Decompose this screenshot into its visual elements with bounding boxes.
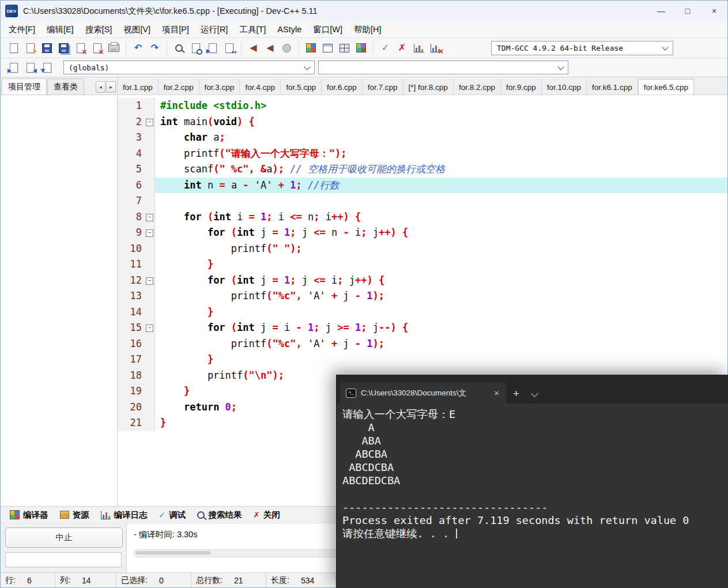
line-number[interactable]: 8 bbox=[118, 209, 145, 225]
doc-tab[interactable]: for.7.cpp bbox=[363, 80, 403, 95]
code-line-2[interactable]: 2−int main(void) { bbox=[118, 114, 727, 130]
line-number[interactable]: 16 bbox=[118, 336, 145, 352]
undo-button[interactable]: ↶ bbox=[130, 40, 146, 56]
line-number[interactable]: 11 bbox=[118, 257, 145, 273]
console-body[interactable]: 请输入一个大写字母：E A ABA ABCBA ABCDCBAABCDEDCBA… bbox=[337, 404, 728, 588]
replace-button[interactable] bbox=[221, 40, 237, 56]
project-options-button[interactable] bbox=[353, 40, 369, 56]
nav-goto-button[interactable] bbox=[39, 60, 55, 76]
find-button[interactable] bbox=[171, 40, 187, 56]
menu-edit[interactable]: 编辑[E] bbox=[41, 22, 80, 37]
line-number[interactable]: 9 bbox=[118, 225, 145, 241]
line-number[interactable]: 20 bbox=[118, 399, 145, 416]
abort-button[interactable]: 中止 bbox=[5, 527, 123, 548]
code-line-6[interactable]: 6 int n = a - 'A' + 1; //行数 bbox=[118, 178, 727, 194]
line-number[interactable]: 3 bbox=[118, 130, 145, 146]
code-line-5[interactable]: 5 scanf(" %c", &a); // 空格用于吸收可能的换行或空格 bbox=[118, 161, 727, 178]
doc-tab[interactable]: for.9.cpp bbox=[501, 80, 542, 95]
line-number[interactable]: 21 bbox=[118, 415, 145, 431]
line-number[interactable]: 10 bbox=[118, 241, 145, 257]
minimize-button[interactable]: — bbox=[648, 1, 674, 21]
fold-toggle-icon[interactable]: − bbox=[146, 277, 153, 285]
print-button[interactable] bbox=[105, 40, 122, 56]
profile-button[interactable] bbox=[278, 40, 295, 56]
menu-window[interactable]: 窗口[W] bbox=[307, 22, 348, 37]
save-all-button[interactable] bbox=[55, 40, 72, 56]
nav-back-button[interactable] bbox=[5, 60, 22, 76]
doc-tab[interactable]: for.1.cpp bbox=[118, 80, 159, 95]
menu-execute[interactable]: 运行[R] bbox=[195, 22, 234, 37]
close-file-button[interactable] bbox=[72, 40, 89, 56]
redo-button[interactable]: ↷ bbox=[146, 40, 163, 56]
code-line-14[interactable]: 14 } bbox=[118, 304, 727, 321]
tab-scroll-right-button[interactable]: ▸ bbox=[106, 81, 116, 93]
code-line-8[interactable]: 8− for (int i = 1; i <= n; i++) { bbox=[118, 209, 727, 225]
fold-toggle-icon[interactable]: − bbox=[146, 325, 153, 332]
run-button[interactable]: ◀ bbox=[262, 40, 278, 56]
console-tab[interactable]: >_ C:\Users\33028\Documents\文 × bbox=[340, 382, 506, 404]
doc-tab[interactable]: for.5.cpp bbox=[281, 80, 322, 95]
delete-profile-button[interactable] bbox=[427, 40, 444, 56]
tab-scroll-left-button[interactable]: ◂ bbox=[96, 81, 105, 93]
code-line-15[interactable]: 15− for (int j = i - 1; j >= 1; j--) { bbox=[118, 320, 727, 336]
maximize-button[interactable]: □ bbox=[674, 1, 701, 21]
open-file-button[interactable] bbox=[22, 40, 39, 56]
horizontal-scrollbar[interactable] bbox=[134, 549, 348, 557]
split-view-button[interactable] bbox=[336, 40, 353, 56]
bottom-tab-search-results[interactable]: 搜索结果 bbox=[191, 508, 247, 522]
close-all-button[interactable] bbox=[89, 40, 105, 56]
abort-compile-button[interactable]: ✗ bbox=[394, 40, 410, 56]
code-line-16[interactable]: 16 printf("%c", 'A' + j - 1); bbox=[118, 336, 727, 352]
doc-tab[interactable]: for.ke6.5.cpp bbox=[638, 79, 694, 95]
code-line-9[interactable]: 9− for (int j = 1; j <= n - i; j++) { bbox=[118, 225, 727, 241]
menu-view[interactable]: 视图[V] bbox=[118, 22, 156, 37]
bottom-tab-resources[interactable]: 资源 bbox=[54, 508, 95, 522]
doc-tab[interactable]: for.8.2.cpp bbox=[454, 80, 501, 95]
doc-tab[interactable]: for.k6.1.cpp bbox=[587, 80, 638, 95]
members-select[interactable] bbox=[318, 61, 568, 74]
code-line-10[interactable]: 10 printf(" "); bbox=[118, 241, 727, 257]
code-line-1[interactable]: 1#include <stdio.h> bbox=[118, 98, 727, 114]
menu-astyle[interactable]: AStyle bbox=[271, 22, 307, 36]
syntax-check-button[interactable]: ✓ bbox=[377, 40, 394, 56]
line-number[interactable]: 1 bbox=[118, 98, 145, 114]
line-number[interactable]: 12 bbox=[118, 273, 145, 289]
code-line-7[interactable]: 7 bbox=[118, 193, 727, 209]
doc-tab[interactable]: for.4.cpp bbox=[240, 80, 281, 95]
window-layout-button[interactable] bbox=[319, 40, 336, 56]
code-line-12[interactable]: 12− for (int j = 1; j <= i; j++) { bbox=[118, 273, 727, 289]
line-number[interactable]: 4 bbox=[118, 146, 145, 162]
code-line-13[interactable]: 13 printf("%c", 'A' + j - 1); bbox=[118, 288, 727, 304]
bottom-tab-compile-log[interactable]: 编译日志 bbox=[95, 508, 153, 522]
line-number[interactable]: 7 bbox=[118, 193, 145, 209]
doc-tab[interactable]: for.2.cpp bbox=[159, 80, 199, 95]
line-number[interactable]: 14 bbox=[118, 304, 145, 321]
code-line-11[interactable]: 11 } bbox=[118, 257, 727, 273]
profile-analysis-button[interactable] bbox=[410, 40, 427, 56]
menu-help[interactable]: 帮助[H] bbox=[348, 22, 387, 37]
tab-dropdown-button[interactable] bbox=[526, 389, 543, 404]
bottom-tab-debug[interactable]: ✓调试 bbox=[153, 508, 192, 522]
new-tab-button[interactable]: + bbox=[506, 387, 526, 404]
code-line-4[interactable]: 4 printf("请输入一个大写字母："); bbox=[118, 146, 727, 162]
menu-tools[interactable]: 工具[T] bbox=[233, 22, 271, 37]
bottom-tab-compiler[interactable]: 编译器 bbox=[4, 508, 54, 522]
new-file-button[interactable] bbox=[5, 40, 22, 56]
line-number[interactable]: 17 bbox=[118, 352, 145, 368]
doc-tab[interactable]: [*] for.8.cpp bbox=[403, 80, 454, 95]
doc-tab[interactable]: for.10.cpp bbox=[542, 80, 587, 95]
line-number[interactable]: 6 bbox=[118, 178, 145, 194]
globals-select[interactable]: (globals) bbox=[63, 61, 315, 74]
nav-forward-button[interactable] bbox=[22, 60, 39, 76]
menu-project[interactable]: 项目[P] bbox=[156, 22, 195, 37]
doc-tab[interactable]: for.6.cpp bbox=[322, 80, 363, 95]
bottom-tab-close[interactable]: ✗关闭 bbox=[247, 508, 286, 522]
menu-file[interactable]: 文件[F] bbox=[3, 22, 41, 37]
new-project-button[interactable] bbox=[303, 40, 319, 56]
fold-toggle-icon[interactable]: − bbox=[146, 229, 153, 237]
fold-toggle-icon[interactable]: − bbox=[146, 214, 153, 221]
compiler-select[interactable]: TDM-GCC 4.9.2 64-bit Release bbox=[491, 41, 673, 55]
compile-button[interactable]: ◀ bbox=[245, 40, 262, 56]
line-number[interactable]: 13 bbox=[118, 288, 145, 304]
line-number[interactable]: 19 bbox=[118, 383, 145, 399]
